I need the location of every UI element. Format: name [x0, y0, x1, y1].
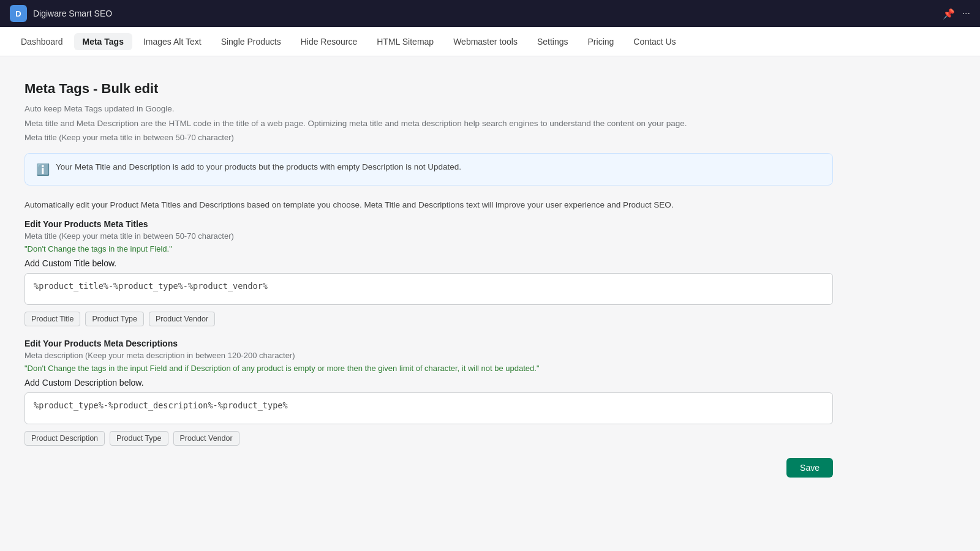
- auto-edit-text: Automatically edit your Product Meta Tit…: [24, 200, 833, 209]
- app-title: Digiware Smart SEO: [33, 9, 112, 18]
- tag-product-type-desc[interactable]: Product Type: [110, 431, 168, 446]
- nav-item-contact-us[interactable]: Contact Us: [625, 33, 684, 50]
- tag-product-title[interactable]: Product Title: [24, 312, 80, 326]
- title-template-input[interactable]: [24, 273, 833, 305]
- nav-item-html-sitemap[interactable]: HTML Sitemap: [368, 33, 442, 50]
- save-button[interactable]: Save: [786, 458, 833, 478]
- meta-title-hint2: Meta title (Keep your meta title in betw…: [24, 231, 833, 241]
- nav-item-single-products[interactable]: Single Products: [213, 33, 290, 50]
- add-custom-title-label: Add Custom Title below.: [24, 258, 833, 268]
- desc-tag-row: Product Description Product Type Product…: [24, 431, 833, 446]
- app-icon: D: [10, 5, 27, 22]
- tag-product-description[interactable]: Product Description: [24, 431, 105, 446]
- meta-desc-hint: Meta description (Keep your meta descrip…: [24, 351, 833, 360]
- app-bar: D Digiware Smart SEO 📌 ···: [0, 0, 980, 27]
- app-bar-right: 📌 ···: [943, 8, 970, 20]
- main-content: Meta Tags - Bulk edit Auto keep Meta Tag…: [0, 56, 858, 514]
- desc-warning: "Don't Change the tags in the input Fiel…: [24, 364, 833, 373]
- info-box-text: Your Meta Title and Description is add t…: [56, 162, 461, 171]
- add-custom-desc-label: Add Custom Description below.: [24, 378, 833, 388]
- nav-item-settings[interactable]: Settings: [529, 33, 577, 50]
- meta-title-hint: Meta title (Keep your meta title in betw…: [24, 133, 833, 142]
- tag-product-vendor-desc[interactable]: Product Vendor: [173, 431, 239, 446]
- nav-item-hide-resource[interactable]: Hide Resource: [292, 33, 366, 50]
- nav-item-pricing[interactable]: Pricing: [579, 33, 623, 50]
- tag-product-vendor-title[interactable]: Product Vendor: [149, 312, 215, 326]
- nav-bar: Dashboard Meta Tags Images Alt Text Sing…: [0, 27, 980, 56]
- nav-item-webmaster-tools[interactable]: Webmaster tools: [445, 33, 526, 50]
- title-tag-row: Product Title Product Type Product Vendo…: [24, 312, 833, 326]
- nav-item-meta-tags[interactable]: Meta Tags: [74, 33, 132, 50]
- tag-product-type-title[interactable]: Product Type: [85, 312, 143, 326]
- save-row: Save: [24, 458, 833, 478]
- pin-icon[interactable]: 📌: [943, 8, 955, 20]
- more-icon[interactable]: ···: [962, 8, 970, 19]
- title-warning: "Don't Change the tags in the input Fiel…: [24, 244, 833, 253]
- nav-item-dashboard[interactable]: Dashboard: [12, 33, 72, 50]
- page-desc-2: Meta title and Meta Description are the …: [24, 118, 833, 130]
- info-icon: ℹ️: [36, 163, 50, 176]
- page-title: Meta Tags - Bulk edit: [24, 81, 833, 97]
- app-bar-left: D Digiware Smart SEO: [10, 5, 112, 22]
- info-box: ℹ️ Your Meta Title and Description is ad…: [24, 153, 833, 186]
- nav-item-images-alt-text[interactable]: Images Alt Text: [135, 33, 210, 50]
- desc-template-input[interactable]: [24, 392, 833, 424]
- edit-desc-label: Edit Your Products Meta Descriptions: [24, 339, 833, 348]
- edit-titles-label: Edit Your Products Meta Titles: [24, 219, 833, 229]
- page-desc-1: Auto keep Meta Tags updated in Google.: [24, 103, 833, 115]
